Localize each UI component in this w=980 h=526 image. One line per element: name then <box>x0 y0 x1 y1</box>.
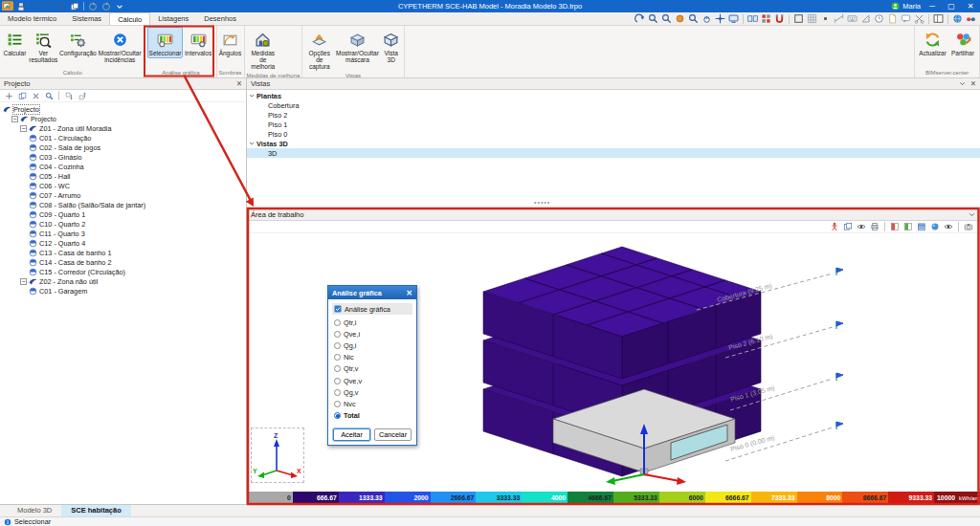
sheet-icon[interactable] <box>886 12 899 25</box>
tree-item-c03-gin-sio[interactable]: C03 - Ginásio <box>0 152 246 162</box>
view-item-vistas-3d[interactable]: Vistas 3D <box>247 139 980 148</box>
tree-item-c01-garagem[interactable]: C01 - Garagem <box>0 286 246 296</box>
radio-option-qtr-i[interactable]: Qtr,i <box>328 317 416 328</box>
partilhar-button[interactable]: Partilhar <box>948 27 977 58</box>
search-icon[interactable] <box>43 90 55 101</box>
snap-icon[interactable] <box>819 12 832 25</box>
center-icon[interactable] <box>714 12 726 25</box>
op-es-de-captura-button[interactable]: Opções de captura <box>304 27 334 72</box>
tree-item-c01-circula-o[interactable]: C01 - Circulação <box>0 133 246 142</box>
tree-item-c04-cozinha[interactable]: C04 - Cozinha <box>0 162 246 171</box>
analise-grafica-checkbox[interactable]: Análise gráfica <box>332 303 412 315</box>
user-badge[interactable]: Maria <box>889 1 921 12</box>
medidas-de-melhoria-button[interactable]: Medidas de melhoria <box>247 27 279 72</box>
close-button[interactable]: ✕ <box>963 1 978 12</box>
expand-all-icon[interactable] <box>63 90 75 101</box>
intervalos-button[interactable]: Intervalos <box>183 27 214 58</box>
export-pdf-icon[interactable] <box>829 221 840 232</box>
bottom-tab-sce-habita-o[interactable]: SCE habitação <box>61 505 131 516</box>
tree-item-c10-quarto-2[interactable]: C10 - Quarto 2 <box>0 219 246 229</box>
undo-icon[interactable] <box>29 1 40 12</box>
tree-item-c05-hall[interactable]: C05 - Hall <box>0 171 246 181</box>
chevron-down-icon[interactable] <box>958 79 967 88</box>
collapse-all-icon[interactable] <box>77 90 88 101</box>
camera-icon[interactable] <box>963 221 974 232</box>
chevron-down-icon[interactable] <box>968 210 976 219</box>
globe-icon[interactable] <box>951 12 964 25</box>
minimize-button[interactable]: ─ <box>924 1 940 12</box>
maximize-button[interactable]: ▢ <box>944 1 959 12</box>
tree-item-c08-sal-o-sal-o-sala-de-jantar[interactable]: C08 - Salão (Salão/Sala de jantar) <box>0 200 246 209</box>
-ngulos-button[interactable]: Ângulos <box>219 27 242 58</box>
glasses-icon[interactable] <box>965 12 977 25</box>
clock-icon[interactable] <box>873 12 885 25</box>
tab-modelo-t-rmico[interactable]: Modelo térmico <box>0 12 64 25</box>
copy-icon[interactable] <box>842 221 854 232</box>
radio-option-qtr-v[interactable]: Qtr,v <box>328 363 416 375</box>
radio-option-total[interactable]: Total <box>328 410 416 422</box>
configura-o-button[interactable]: Configuração <box>59 27 97 58</box>
seleccionar-button[interactable]: Seleccionar <box>147 27 182 58</box>
vista-3d-button[interactable]: Vista 3D <box>381 27 402 65</box>
search-icon[interactable] <box>647 12 659 25</box>
search-icon[interactable] <box>660 12 673 25</box>
keyboard-icon[interactable] <box>846 12 858 25</box>
dialog-titlebar[interactable]: Análise gráfica ✕ <box>328 286 416 299</box>
radio-option-qve-v[interactable]: Qve,v <box>328 375 416 386</box>
magnet-icon[interactable] <box>773 12 786 25</box>
tree-item-c06-wc[interactable]: C06 - WC <box>0 181 246 190</box>
tree-item-c13-casa-de-banho-1[interactable]: C13 - Casa de banho 1 <box>0 248 246 257</box>
collapse-icon[interactable]: − <box>11 116 18 122</box>
tree-item-c09-quarto-1[interactable]: C09 - Quarto 1 <box>0 209 246 219</box>
cancelar-button[interactable]: Cancelar <box>374 428 412 441</box>
printer-icon[interactable] <box>869 221 880 232</box>
collapse-icon[interactable]: − <box>20 278 27 285</box>
chevron-down-icon[interactable] <box>247 92 256 99</box>
tree-item-z01-zona-til-moradia[interactable]: −Z01 - Zona útil Moradia <box>0 123 246 133</box>
tree-item-projecto[interactable]: −Projecto <box>0 114 246 123</box>
close-icon[interactable]: ✕ <box>406 289 412 297</box>
tree-item-c02-sala-de-jogos[interactable]: C02 - Sala de jogos <box>0 142 246 152</box>
copy-icon[interactable] <box>16 90 28 101</box>
aceitar-button[interactable]: Aceitar <box>333 428 370 441</box>
calcular-button[interactable]: Calcular <box>2 27 28 58</box>
tab-listagens[interactable]: Listagens <box>150 12 196 25</box>
frame-icon[interactable] <box>792 12 805 25</box>
section-green-icon[interactable] <box>902 221 914 232</box>
plus-icon[interactable] <box>3 90 14 101</box>
radio-option-qg-v[interactable]: Qg,v <box>328 386 416 398</box>
delete-x-icon[interactable] <box>30 90 41 101</box>
view-item-piso-1[interactable]: Piso 1 <box>247 120 980 129</box>
actualizar-button[interactable]: Actualizar <box>917 27 948 58</box>
tree-item-projecto[interactable]: Projecto <box>0 104 246 114</box>
view-item-piso-2[interactable]: Piso 2 <box>247 110 980 120</box>
tab-desenhos[interactable]: Desenhos <box>196 12 244 25</box>
radio-option-qg-i[interactable]: Qg,i <box>328 340 416 351</box>
view-item-cobertura[interactable]: Cobertura <box>247 100 980 110</box>
mostrar-ocultar-m-scara-button[interactable]: Mostrar/Ocultar máscara <box>334 27 381 65</box>
grid-icon[interactable] <box>806 12 818 25</box>
radio-option-qve-i[interactable]: Qve,i <box>328 328 416 340</box>
radio-option-nvc[interactable]: Nvc <box>328 398 416 409</box>
view-item-plantas[interactable]: Plantas <box>247 91 980 100</box>
tab-c-lculo[interactable]: Cálculo <box>109 12 150 25</box>
redo-icon[interactable] <box>42 1 54 12</box>
search-icon[interactable] <box>56 1 67 12</box>
tree-item-c15-corredor-circula-o-[interactable]: C15 - Corredor (Circulação) <box>0 267 246 276</box>
close-icon[interactable]: ✕ <box>236 79 242 88</box>
collapse-icon[interactable]: − <box>20 125 27 132</box>
pan-icon[interactable] <box>701 12 713 25</box>
viewport-3d[interactable]: Cobertura (9.25 m) Piso 2 (6.10 m) Piso … <box>247 233 980 492</box>
dual-icon[interactable] <box>746 12 759 25</box>
search-icon[interactable] <box>687 12 700 25</box>
copy-icon[interactable] <box>69 1 80 12</box>
sync-icon[interactable] <box>100 1 112 12</box>
view-item-piso-0[interactable]: Piso 0 <box>247 129 980 139</box>
plot-red-icon[interactable] <box>760 12 772 25</box>
eye-icon[interactable] <box>856 221 867 232</box>
layout-icon[interactable] <box>932 12 945 25</box>
tree-item-z02-zona-n-o-til[interactable]: −Z02 - Zona não útil <box>0 276 246 286</box>
tree-item-c14-casa-de-banho-2[interactable]: C14 - Casa de banho 2 <box>0 257 246 267</box>
tree-item-c11-quarto-3[interactable]: C11 - Quarto 3 <box>0 229 246 238</box>
orbit-icon[interactable] <box>634 12 646 25</box>
